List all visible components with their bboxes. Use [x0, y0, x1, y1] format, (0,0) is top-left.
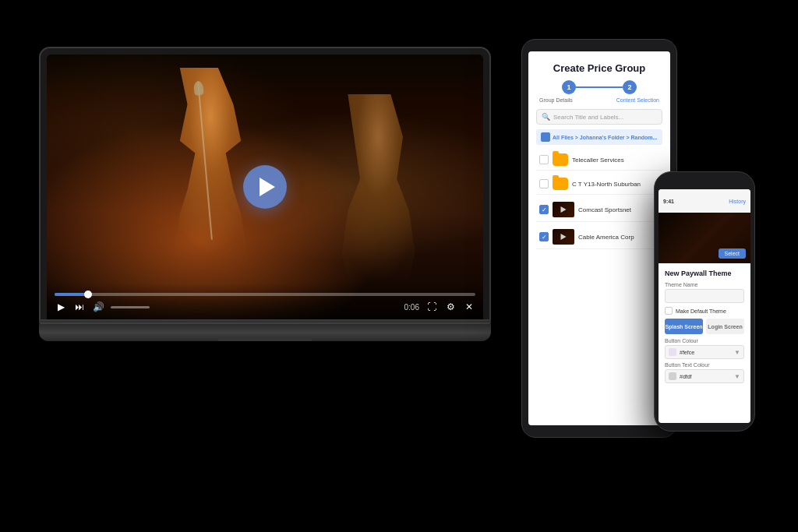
splash-screen-btn[interactable]: Splash Screen: [665, 319, 703, 334]
file-checkbox-2[interactable]: [539, 179, 549, 188]
laptop-base: [39, 324, 491, 341]
list-item[interactable]: Telecaller Services: [536, 150, 662, 171]
stepper: 1 2: [536, 80, 662, 94]
button-colour-label: Button Colour: [665, 338, 744, 344]
thumb-play-icon-3: [561, 206, 567, 213]
time-display: 0:06: [404, 303, 419, 312]
phone-video-thumbnail: Select: [659, 213, 750, 263]
phone-video-select-btn[interactable]: Select: [719, 248, 746, 259]
laptop-screen-inner: ▶ ⏭ 🔊 0:06 ⛶ ⚙ ✕: [47, 55, 483, 319]
step-line: [576, 86, 623, 88]
list-item[interactable]: C T Y13-North Suburban: [536, 174, 662, 195]
settings-icon[interactable]: ⚙: [444, 301, 457, 313]
phone-time: 9:41: [663, 199, 729, 204]
phone-notch: [685, 180, 724, 186]
file-name-4: Cable America Corp: [578, 234, 659, 241]
make-default-label: Make Default Theme: [676, 308, 726, 314]
button-text-colour-input[interactable]: #dfdf ▼: [665, 369, 744, 383]
close-ctrl-icon[interactable]: ✕: [463, 301, 475, 313]
file-list: Telecaller Services C T Y13-North Suburb…: [536, 150, 662, 249]
search-bar[interactable]: 🔍 Search Title and Labels...: [536, 109, 662, 125]
phone: 9:41 History Select New Paywall Theme Th…: [654, 171, 755, 432]
theme-name-label: Theme Name: [665, 282, 744, 287]
step-1-number: 1: [567, 83, 570, 91]
breadcrumb-icon: [541, 132, 550, 142]
search-icon: 🔍: [542, 113, 550, 121]
controls-row: ▶ ⏭ 🔊 0:06 ⛶ ⚙ ✕: [55, 301, 475, 313]
skip-icon[interactable]: ⏭: [73, 301, 86, 313]
folder-icon-2: [553, 178, 568, 190]
login-screen-btn[interactable]: Login Screen: [706, 319, 744, 334]
step-1-label: Group Details: [539, 97, 573, 103]
screen-btn-group: Splash Screen Login Screen: [665, 319, 744, 334]
breadcrumb-text: All Files > Johanna's Folder > Random...: [553, 135, 657, 140]
thumb-play-icon-4: [561, 234, 567, 240]
fullscreen-icon[interactable]: ⛶: [425, 301, 438, 313]
play-button[interactable]: [243, 165, 287, 209]
list-item[interactable]: Cable America Corp: [536, 225, 662, 249]
list-item[interactable]: Comcast Sportsnet: [536, 198, 662, 222]
file-thumb-3: [553, 202, 574, 217]
button-colour-swatch: [669, 348, 676, 356]
file-name-3: Comcast Sportsnet: [578, 206, 659, 213]
breadcrumb-row: All Files > Johanna's Folder > Random...: [536, 129, 662, 145]
tablet-content: Create Price Group 1 2 Group Details: [528, 51, 670, 257]
progress-bar[interactable]: [55, 293, 475, 296]
play-ctrl-icon[interactable]: ▶: [55, 301, 67, 313]
theme-name-input[interactable]: [665, 289, 744, 303]
laptop-screen-outer: ▶ ⏭ 🔊 0:06 ⛶ ⚙ ✕: [39, 47, 491, 321]
file-name-2: C T Y13-North Suburban: [572, 181, 659, 188]
step-labels: Group Details Content Selection: [536, 97, 662, 103]
volume-icon[interactable]: 🔊: [92, 301, 104, 313]
scene: ▶ ⏭ 🔊 0:06 ⛶ ⚙ ✕: [0, 0, 798, 532]
progress-thumb: [84, 291, 92, 298]
tablet-title: Create Price Group: [536, 59, 662, 74]
search-placeholder: Search Title and Labels...: [553, 114, 623, 121]
button-text-colour-label: Button Text Colour: [665, 362, 744, 368]
progress-fill: [55, 293, 88, 296]
phone-screen: 9:41 History Select New Paywall Theme Th…: [659, 189, 750, 423]
laptop-shadow: [55, 341, 475, 346]
button-text-colour-swatch: [669, 372, 676, 380]
make-default-row: Make Default Theme: [665, 307, 744, 315]
step-2-circle: 2: [623, 80, 637, 94]
video-frame: ▶ ⏭ 🔊 0:06 ⛶ ⚙ ✕: [47, 55, 483, 319]
file-checkbox-3[interactable]: [539, 205, 549, 214]
file-checkbox-4[interactable]: [539, 232, 549, 241]
step-2-number: 2: [627, 83, 631, 91]
volume-bar[interactable]: [111, 306, 150, 308]
folder-icon-1: [553, 153, 568, 166]
phone-history-btn[interactable]: History: [729, 199, 746, 204]
video-controls: ▶ ⏭ 🔊 0:06 ⛶ ⚙ ✕: [47, 284, 483, 319]
phone-form-title: New Paywall Theme: [665, 270, 744, 277]
tablet-screen: Create Price Group 1 2 Group Details: [528, 51, 670, 425]
make-default-checkbox[interactable]: [665, 307, 673, 315]
button-colour-value: #fefce: [680, 350, 694, 355]
step-2-label: Content Selection: [616, 97, 659, 103]
step-1-circle: 1: [562, 80, 576, 94]
file-name-1: Telecaller Services: [572, 157, 659, 164]
colour-chevron-icon: ▼: [734, 349, 740, 356]
file-thumb-4: [553, 229, 574, 245]
file-checkbox-1[interactable]: [539, 155, 549, 164]
laptop: ▶ ⏭ 🔊 0:06 ⛶ ⚙ ✕: [39, 47, 491, 346]
phone-form: New Paywall Theme Theme Name Make Defaul…: [659, 263, 750, 393]
phone-top-bar: 9:41 History: [659, 189, 750, 213]
text-colour-chevron-icon: ▼: [734, 373, 740, 380]
phone-outer: 9:41 History Select New Paywall Theme Th…: [654, 171, 755, 432]
play-icon: [260, 178, 275, 196]
button-colour-input[interactable]: #fefce ▼: [665, 345, 744, 359]
button-text-colour-value: #dfdf: [680, 374, 692, 379]
